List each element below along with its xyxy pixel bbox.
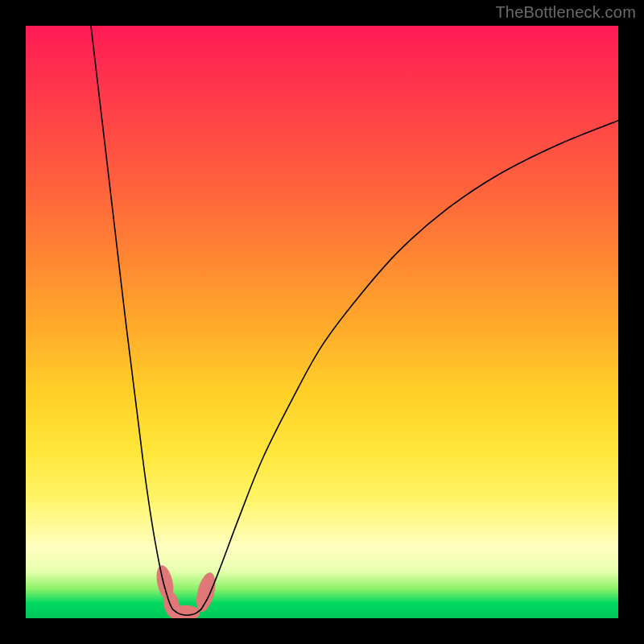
blob-right [193, 571, 219, 614]
marker-layer [154, 564, 219, 618]
plot-area [26, 26, 618, 618]
outer-frame: TheBottleneck.com [0, 0, 644, 644]
curve-left [91, 26, 173, 609]
curve-right [201, 121, 618, 609]
chart-svg [26, 26, 618, 618]
watermark-label: TheBottleneck.com [495, 3, 636, 22]
